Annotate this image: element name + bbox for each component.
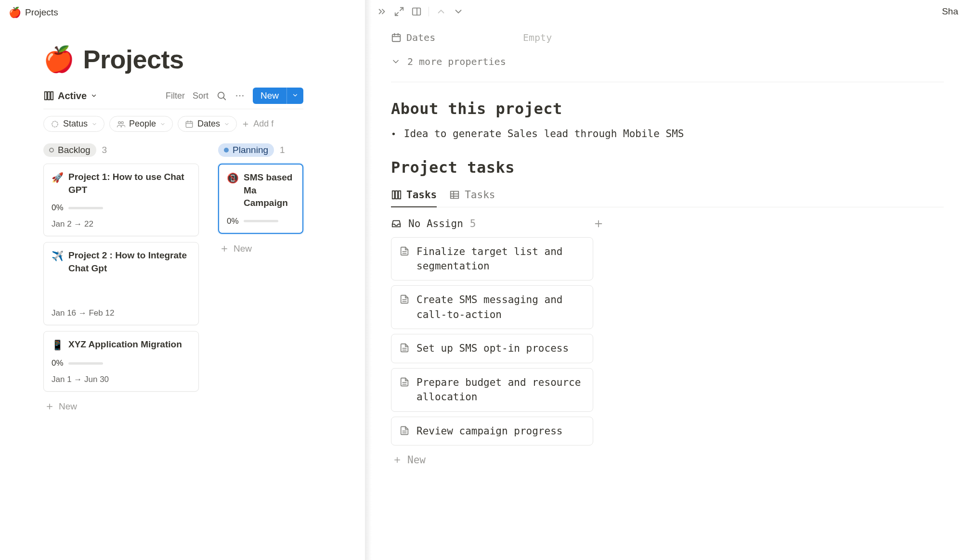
- card-dates: Jan 1 → Jun 30: [52, 375, 191, 384]
- svg-rect-0: [45, 92, 47, 100]
- property-label: Dates: [406, 32, 435, 43]
- filter-status-label: Status: [63, 119, 88, 129]
- column-name: Backlog: [58, 145, 91, 155]
- board-icon: [43, 90, 54, 101]
- svg-rect-31: [399, 191, 401, 199]
- peek-mode-icon[interactable]: [411, 6, 422, 17]
- about-bullet-text: Idea to generate Sales lead through Mobi…: [404, 127, 684, 142]
- kanban-board: Backlog 3 🚀 Project 1: How to use Chat G…: [43, 139, 303, 416]
- filter-button[interactable]: Filter: [166, 91, 185, 101]
- about-bullet-item[interactable]: • Idea to generate Sales lead through Mo…: [391, 127, 944, 142]
- page-icon: [399, 246, 410, 256]
- plus-icon: [242, 120, 249, 128]
- svg-rect-2: [51, 92, 53, 100]
- calendar-icon: [185, 120, 194, 128]
- progress-value: 0%: [52, 358, 64, 368]
- board-pane: 🍎 Projects 🍎 Projects Active Filter Sort: [0, 0, 368, 560]
- card-title: XYZ Application Migration: [68, 338, 182, 352]
- filter-dates-label: Dates: [197, 119, 220, 129]
- task-title: Review campaign progress: [416, 424, 562, 438]
- card-title: Project 2 : How to Integrate Chat Gpt: [68, 249, 191, 275]
- tasks-list: Finalize target list and segmentation Cr…: [391, 237, 593, 470]
- pane-divider[interactable]: [365, 0, 372, 560]
- page-icon: [399, 343, 410, 353]
- tasks-heading: Project tasks: [391, 158, 944, 177]
- add-task-icon[interactable]: [593, 218, 604, 229]
- task-title: Prepare budget and resource allocation: [416, 375, 585, 405]
- property-dates[interactable]: Dates Empty: [391, 28, 944, 47]
- card-title: SMS based Ma Campaign: [244, 171, 295, 210]
- project-card[interactable]: ✈️ Project 2 : How to Integrate Chat Gpt…: [43, 242, 199, 325]
- filter-dates[interactable]: Dates: [178, 116, 237, 132]
- about-heading: About this project: [391, 100, 944, 118]
- status-dot: [49, 148, 54, 153]
- task-card[interactable]: Review campaign progress: [391, 417, 593, 445]
- column-planning: Planning 1 📵 SMS based Ma Campaign 0%: [218, 143, 303, 416]
- more-properties-toggle[interactable]: 2 more properties: [391, 47, 944, 82]
- more-icon[interactable]: [234, 90, 245, 101]
- column-count: 1: [280, 145, 285, 155]
- svg-point-10: [121, 121, 124, 124]
- progress-value: 0%: [52, 203, 64, 213]
- svg-rect-25: [392, 35, 401, 42]
- page-icon: [399, 377, 410, 387]
- project-card[interactable]: 📱 XYZ Application Migration 0% Jan 1 → J…: [43, 331, 199, 392]
- project-card[interactable]: 📵 SMS based Ma Campaign 0%: [218, 164, 303, 234]
- breadcrumb[interactable]: 🍎 Projects: [5, 0, 368, 25]
- project-card[interactable]: 🚀 Project 1: How to use Chat GPT 0% Jan …: [43, 164, 199, 236]
- next-page-icon[interactable]: [453, 6, 464, 17]
- breadcrumb-title: Projects: [25, 7, 58, 18]
- new-task-button[interactable]: New: [391, 450, 593, 470]
- status-dot: [224, 148, 229, 153]
- card-emoji: 📱: [52, 338, 64, 352]
- active-view-label: Active: [58, 90, 87, 102]
- prev-page-icon[interactable]: [436, 6, 446, 17]
- task-card[interactable]: Prepare budget and resource allocation: [391, 368, 593, 412]
- task-card[interactable]: Finalize target list and segmentation: [391, 237, 593, 281]
- svg-point-5: [236, 96, 237, 96]
- tab-tasks-table[interactable]: Tasks: [449, 185, 495, 206]
- group-count: 5: [470, 218, 476, 229]
- group-name: No Assign: [408, 218, 463, 229]
- table-icon: [449, 190, 460, 200]
- page-title-text: Projects: [83, 44, 184, 74]
- card-title: Project 1: How to use Chat GPT: [68, 171, 191, 196]
- new-card-button[interactable]: New: [218, 240, 303, 258]
- share-button[interactable]: Sha: [942, 6, 958, 17]
- status-icon: [51, 120, 59, 128]
- section-separator: [391, 82, 944, 82]
- svg-rect-32: [451, 191, 459, 199]
- svg-rect-11: [186, 121, 193, 127]
- task-card[interactable]: Set up SMS opt-in process: [391, 334, 593, 363]
- filter-status[interactable]: Status: [43, 116, 104, 132]
- view-switcher[interactable]: Active: [43, 90, 97, 102]
- calendar-icon: [391, 32, 402, 43]
- task-title: Set up SMS opt-in process: [416, 341, 569, 356]
- svg-point-9: [118, 121, 121, 124]
- tab-tasks-board[interactable]: Tasks: [391, 185, 437, 207]
- add-filter-button[interactable]: Add f: [242, 119, 273, 129]
- column-name: Planning: [233, 145, 268, 155]
- new-card-label: New: [59, 401, 77, 412]
- column-backlog: Backlog 3 🚀 Project 1: How to use Chat G…: [43, 143, 199, 416]
- sort-button[interactable]: Sort: [193, 91, 208, 101]
- task-card[interactable]: Create SMS messaging and call-to-action: [391, 285, 593, 329]
- new-card-button[interactable]: New: [43, 397, 199, 416]
- progress-bar: [68, 207, 103, 209]
- close-panel-icon[interactable]: [377, 6, 387, 17]
- page-icon: [399, 425, 410, 436]
- progress-bar: [68, 362, 103, 365]
- status-tag-backlog[interactable]: Backlog: [43, 143, 96, 157]
- plus-icon: [45, 402, 54, 411]
- status-tag-planning[interactable]: Planning: [218, 143, 274, 157]
- svg-point-6: [240, 96, 240, 96]
- new-button[interactable]: New: [253, 88, 303, 104]
- filter-people[interactable]: People: [109, 116, 173, 132]
- search-icon[interactable]: [216, 90, 227, 101]
- svg-point-8: [52, 121, 58, 127]
- svg-line-21: [395, 13, 398, 15]
- new-button-caret[interactable]: [286, 88, 303, 104]
- task-group-header[interactable]: No Assign 5: [391, 207, 944, 237]
- expand-icon[interactable]: [394, 6, 404, 17]
- card-emoji: ✈️: [52, 249, 64, 275]
